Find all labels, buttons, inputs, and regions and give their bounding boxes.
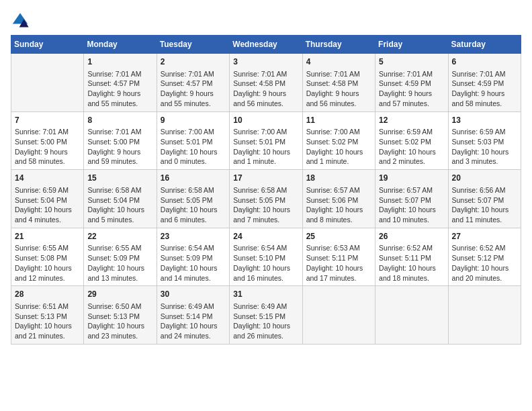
day-number: 7 — [15, 115, 80, 126]
header-day: Wednesday — [230, 36, 302, 54]
cell-content: Sunrise: 7:01 AMSunset: 4:57 PMDaylight:… — [161, 69, 226, 109]
day-number: 23 — [161, 231, 226, 242]
day-number: 11 — [306, 115, 371, 126]
calendar-cell: 2Sunrise: 7:01 AMSunset: 4:57 PMDaylight… — [157, 54, 229, 112]
header-day: Tuesday — [157, 36, 229, 54]
day-number: 1 — [87, 56, 152, 68]
day-number: 18 — [306, 173, 371, 184]
cell-content: Sunrise: 6:55 AMSunset: 5:08 PMDaylight:… — [15, 243, 80, 283]
header-day: Saturday — [448, 36, 521, 54]
cell-content: Sunrise: 6:54 AMSunset: 5:10 PMDaylight:… — [233, 243, 298, 283]
calendar-cell: 25Sunrise: 6:53 AMSunset: 5:11 PMDayligh… — [302, 228, 375, 286]
cell-content: Sunrise: 7:01 AMSunset: 4:59 PMDaylight:… — [379, 69, 444, 109]
calendar-cell — [11, 54, 84, 112]
cell-content: Sunrise: 7:01 AMSunset: 5:00 PMDaylight:… — [15, 127, 80, 167]
cell-content: Sunrise: 6:52 AMSunset: 5:12 PMDaylight:… — [452, 243, 517, 283]
cell-content: Sunrise: 6:53 AMSunset: 5:11 PMDaylight:… — [306, 243, 371, 283]
cell-content: Sunrise: 6:57 AMSunset: 5:07 PMDaylight:… — [379, 185, 444, 225]
calendar-cell: 21Sunrise: 6:55 AMSunset: 5:08 PMDayligh… — [11, 228, 84, 286]
calendar-cell: 11Sunrise: 7:00 AMSunset: 5:02 PMDayligh… — [302, 111, 375, 170]
week-row: 1Sunrise: 7:01 AMSunset: 4:57 PMDaylight… — [11, 54, 521, 112]
day-number: 27 — [452, 231, 517, 242]
calendar-cell — [448, 286, 521, 345]
cell-content: Sunrise: 6:58 AMSunset: 5:05 PMDaylight:… — [233, 185, 298, 225]
calendar-cell: 30Sunrise: 6:49 AMSunset: 5:14 PMDayligh… — [157, 286, 229, 345]
calendar-cell: 10Sunrise: 7:00 AMSunset: 5:01 PMDayligh… — [230, 111, 302, 170]
calendar-cell: 12Sunrise: 6:59 AMSunset: 5:02 PMDayligh… — [375, 111, 448, 170]
day-number: 2 — [161, 56, 226, 68]
cell-content: Sunrise: 7:00 AMSunset: 5:01 PMDaylight:… — [233, 127, 298, 167]
calendar-cell: 15Sunrise: 6:58 AMSunset: 5:04 PMDayligh… — [84, 170, 157, 228]
week-row: 14Sunrise: 6:59 AMSunset: 5:04 PMDayligh… — [11, 170, 521, 228]
cell-content: Sunrise: 7:00 AMSunset: 5:02 PMDaylight:… — [306, 127, 371, 167]
day-number: 20 — [452, 173, 517, 184]
logo-icon — [11, 11, 30, 30]
cell-content: Sunrise: 7:01 AMSunset: 4:59 PMDaylight:… — [452, 69, 517, 109]
cell-content: Sunrise: 6:58 AMSunset: 5:05 PMDaylight:… — [161, 185, 226, 225]
day-number: 31 — [233, 289, 298, 300]
header-day: Sunday — [11, 36, 84, 54]
header-row: SundayMondayTuesdayWednesdayThursdayFrid… — [11, 36, 521, 54]
day-number: 8 — [87, 115, 152, 126]
calendar-cell: 5Sunrise: 7:01 AMSunset: 4:59 PMDaylight… — [375, 54, 448, 112]
cell-content: Sunrise: 7:00 AMSunset: 5:01 PMDaylight:… — [161, 127, 226, 167]
cell-content: Sunrise: 6:49 AMSunset: 5:14 PMDaylight:… — [161, 302, 226, 341]
day-number: 16 — [161, 173, 226, 184]
logo — [11, 11, 32, 30]
day-number: 21 — [15, 231, 80, 242]
calendar-cell: 20Sunrise: 6:56 AMSunset: 5:07 PMDayligh… — [448, 170, 521, 228]
cell-content: Sunrise: 6:59 AMSunset: 5:03 PMDaylight:… — [452, 127, 517, 167]
calendar-cell: 27Sunrise: 6:52 AMSunset: 5:12 PMDayligh… — [448, 228, 521, 286]
calendar-table: SundayMondayTuesdayWednesdayThursdayFrid… — [11, 35, 521, 345]
day-number: 9 — [161, 115, 226, 126]
header-day: Thursday — [302, 36, 375, 54]
cell-content: Sunrise: 7:01 AMSunset: 5:00 PMDaylight:… — [87, 127, 152, 167]
calendar-cell: 4Sunrise: 7:01 AMSunset: 4:58 PMDaylight… — [302, 54, 375, 112]
page-header — [11, 11, 521, 30]
day-number: 15 — [87, 173, 152, 184]
cell-content: Sunrise: 6:58 AMSunset: 5:04 PMDaylight:… — [87, 185, 152, 225]
calendar-cell: 7Sunrise: 7:01 AMSunset: 5:00 PMDaylight… — [11, 111, 84, 170]
day-number: 3 — [233, 56, 298, 68]
calendar-cell — [375, 286, 448, 345]
calendar-cell: 3Sunrise: 7:01 AMSunset: 4:58 PMDaylight… — [230, 54, 302, 112]
day-number: 24 — [233, 231, 298, 242]
day-number: 5 — [379, 56, 444, 68]
cell-content: Sunrise: 6:51 AMSunset: 5:13 PMDaylight:… — [15, 302, 80, 341]
calendar-cell: 23Sunrise: 6:54 AMSunset: 5:09 PMDayligh… — [157, 228, 229, 286]
calendar-cell: 18Sunrise: 6:57 AMSunset: 5:06 PMDayligh… — [302, 170, 375, 228]
cell-content: Sunrise: 6:56 AMSunset: 5:07 PMDaylight:… — [452, 185, 517, 225]
calendar-cell — [302, 286, 375, 345]
week-row: 21Sunrise: 6:55 AMSunset: 5:08 PMDayligh… — [11, 228, 521, 286]
calendar-cell: 31Sunrise: 6:49 AMSunset: 5:15 PMDayligh… — [230, 286, 302, 345]
day-number: 19 — [379, 173, 444, 184]
calendar-cell: 17Sunrise: 6:58 AMSunset: 5:05 PMDayligh… — [230, 170, 302, 228]
cell-content: Sunrise: 7:01 AMSunset: 4:58 PMDaylight:… — [233, 69, 298, 109]
cell-content: Sunrise: 6:49 AMSunset: 5:15 PMDaylight:… — [233, 302, 298, 341]
calendar-cell: 29Sunrise: 6:50 AMSunset: 5:13 PMDayligh… — [84, 286, 157, 345]
week-row: 7Sunrise: 7:01 AMSunset: 5:00 PMDaylight… — [11, 111, 521, 170]
day-number: 25 — [306, 231, 371, 242]
header-day: Monday — [84, 36, 157, 54]
day-number: 30 — [161, 289, 226, 300]
calendar-cell: 24Sunrise: 6:54 AMSunset: 5:10 PMDayligh… — [230, 228, 302, 286]
cell-content: Sunrise: 6:50 AMSunset: 5:13 PMDaylight:… — [87, 302, 152, 341]
calendar-cell: 6Sunrise: 7:01 AMSunset: 4:59 PMDaylight… — [448, 54, 521, 112]
calendar-cell: 19Sunrise: 6:57 AMSunset: 5:07 PMDayligh… — [375, 170, 448, 228]
day-number: 17 — [233, 173, 298, 184]
day-number: 29 — [87, 289, 152, 300]
cell-content: Sunrise: 7:01 AMSunset: 4:57 PMDaylight:… — [87, 69, 152, 109]
week-row: 28Sunrise: 6:51 AMSunset: 5:13 PMDayligh… — [11, 286, 521, 345]
day-number: 4 — [306, 56, 371, 68]
calendar-cell: 14Sunrise: 6:59 AMSunset: 5:04 PMDayligh… — [11, 170, 84, 228]
cell-content: Sunrise: 6:59 AMSunset: 5:02 PMDaylight:… — [379, 127, 444, 167]
cell-content: Sunrise: 6:55 AMSunset: 5:09 PMDaylight:… — [87, 243, 152, 283]
calendar-cell: 9Sunrise: 7:00 AMSunset: 5:01 PMDaylight… — [157, 111, 229, 170]
cell-content: Sunrise: 6:57 AMSunset: 5:06 PMDaylight:… — [306, 185, 371, 225]
calendar-cell: 26Sunrise: 6:52 AMSunset: 5:11 PMDayligh… — [375, 228, 448, 286]
calendar-cell: 1Sunrise: 7:01 AMSunset: 4:57 PMDaylight… — [84, 54, 157, 112]
day-number: 13 — [452, 115, 517, 126]
day-number: 10 — [233, 115, 298, 126]
calendar-cell: 13Sunrise: 6:59 AMSunset: 5:03 PMDayligh… — [448, 111, 521, 170]
cell-content: Sunrise: 7:01 AMSunset: 4:58 PMDaylight:… — [306, 69, 371, 109]
